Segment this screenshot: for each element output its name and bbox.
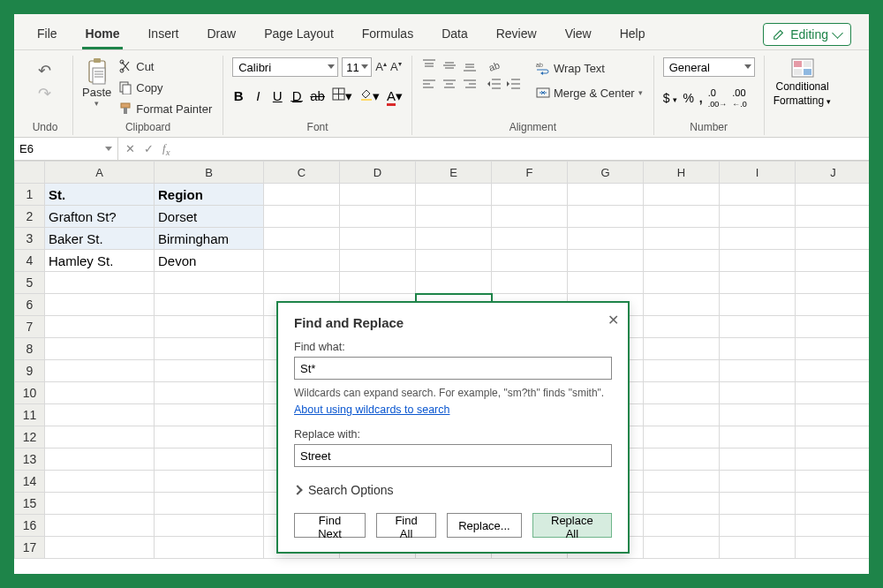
row-header-12[interactable]: 12 — [15, 426, 45, 449]
tab-data[interactable]: Data — [427, 19, 482, 49]
col-header-C[interactable]: C — [264, 162, 340, 184]
cell[interactable] — [720, 294, 796, 316]
cell[interactable] — [796, 515, 870, 537]
cell-A3[interactable]: Baker St. — [45, 228, 155, 250]
cell[interactable] — [45, 360, 155, 382]
wrap-text-button[interactable]: ab Wrap Text — [534, 59, 645, 77]
cell[interactable] — [644, 471, 720, 493]
cell[interactable] — [796, 404, 870, 426]
increase-font-icon[interactable]: A▴ — [375, 60, 387, 73]
bold-button[interactable]: B — [232, 88, 245, 103]
cell[interactable] — [796, 471, 870, 493]
cell[interactable] — [155, 449, 264, 471]
orientation-icon[interactable]: ab — [487, 57, 502, 73]
row-header-11[interactable]: 11 — [15, 404, 45, 426]
cell[interactable] — [568, 206, 644, 228]
cell[interactable] — [644, 404, 720, 426]
col-header-J[interactable]: J — [796, 162, 870, 184]
tab-page-layout[interactable]: Page Layout — [250, 19, 348, 49]
cell[interactable] — [45, 537, 155, 559]
cell[interactable] — [644, 360, 720, 382]
underline-button[interactable]: U — [271, 88, 283, 103]
cell-B1[interactable]: Region — [155, 184, 264, 206]
cell[interactable] — [720, 228, 796, 250]
row-header-2[interactable]: 2 — [15, 206, 45, 228]
cell[interactable] — [644, 184, 720, 206]
col-header-B[interactable]: B — [155, 162, 264, 184]
cell[interactable] — [644, 515, 720, 537]
increase-indent-icon[interactable] — [506, 76, 522, 92]
cell[interactable] — [644, 537, 720, 559]
fill-color-button[interactable]: ▾ — [359, 87, 380, 104]
cell[interactable] — [416, 228, 492, 250]
align-middle-icon[interactable] — [442, 57, 457, 73]
select-all-corner[interactable] — [15, 162, 45, 184]
cell[interactable] — [416, 250, 492, 272]
undo-icon[interactable]: ↶ — [38, 61, 52, 75]
cell[interactable] — [492, 228, 568, 250]
cell[interactable] — [155, 493, 264, 515]
cell[interactable] — [155, 515, 264, 537]
cell[interactable] — [720, 493, 796, 515]
cell[interactable] — [340, 228, 416, 250]
row-header-6[interactable]: 6 — [15, 294, 45, 316]
formula-input[interactable] — [177, 138, 869, 160]
replace-all-button[interactable]: Replace All — [532, 513, 612, 538]
cell[interactable] — [720, 426, 796, 449]
cell[interactable] — [720, 338, 796, 360]
currency-icon[interactable]: $ ▾ — [663, 91, 678, 105]
col-header-A[interactable]: A — [45, 162, 155, 184]
cell[interactable] — [155, 316, 264, 338]
cell[interactable] — [796, 493, 870, 515]
cell[interactable] — [155, 471, 264, 493]
cell[interactable] — [720, 404, 796, 426]
cancel-formula-icon[interactable]: ✕ — [125, 142, 135, 155]
row-header-15[interactable]: 15 — [15, 493, 45, 515]
cell[interactable] — [155, 272, 264, 294]
cell-B4[interactable]: Devon — [155, 250, 264, 272]
cell[interactable] — [492, 206, 568, 228]
tab-review[interactable]: Review — [482, 19, 551, 49]
cell[interactable] — [568, 228, 644, 250]
row-header-3[interactable]: 3 — [15, 228, 45, 250]
cell[interactable] — [720, 316, 796, 338]
cell[interactable] — [45, 382, 155, 404]
cell[interactable] — [796, 250, 870, 272]
replace-with-input[interactable] — [294, 444, 612, 467]
find-next-button[interactable]: Find Next — [294, 513, 366, 538]
cell[interactable] — [45, 404, 155, 426]
percent-icon[interactable]: % — [683, 91, 693, 105]
conditional-formatting-button[interactable]: Conditional Formatting ▾ — [774, 57, 832, 107]
decrease-font-icon[interactable]: A▾ — [390, 60, 402, 73]
number-format-select[interactable] — [663, 57, 755, 77]
cell[interactable] — [720, 382, 796, 404]
find-what-input[interactable] — [294, 357, 612, 380]
cell[interactable] — [796, 316, 870, 338]
font-color-button[interactable]: A▾ — [387, 88, 403, 104]
cell[interactable] — [720, 449, 796, 471]
row-header-17[interactable]: 17 — [15, 537, 45, 559]
find-all-button[interactable]: Find All — [376, 513, 436, 538]
italic-button[interactable]: I — [252, 88, 264, 103]
cell[interactable] — [796, 338, 870, 360]
editing-mode-button[interactable]: Editing — [763, 23, 851, 46]
cell[interactable] — [45, 272, 155, 294]
cell-B3[interactable]: Birmingham — [155, 228, 264, 250]
cell[interactable] — [45, 515, 155, 537]
row-header-10[interactable]: 10 — [15, 382, 45, 404]
cell[interactable] — [644, 272, 720, 294]
name-box[interactable]: E6 — [14, 138, 118, 160]
align-right-icon[interactable] — [462, 76, 478, 92]
search-options-toggle[interactable]: Search Options — [294, 483, 612, 497]
double-underline-button[interactable]: D — [291, 91, 303, 102]
wildcard-help-link[interactable]: About using wildcards to search — [294, 403, 449, 416]
cell[interactable] — [45, 338, 155, 360]
cell[interactable] — [568, 184, 644, 206]
cell[interactable] — [796, 360, 870, 382]
row-header-5[interactable]: 5 — [15, 272, 45, 294]
cell[interactable] — [340, 272, 416, 294]
cell[interactable] — [796, 184, 870, 206]
cell[interactable] — [644, 250, 720, 272]
close-icon[interactable]: ✕ — [608, 312, 619, 328]
col-header-F[interactable]: F — [492, 162, 568, 184]
